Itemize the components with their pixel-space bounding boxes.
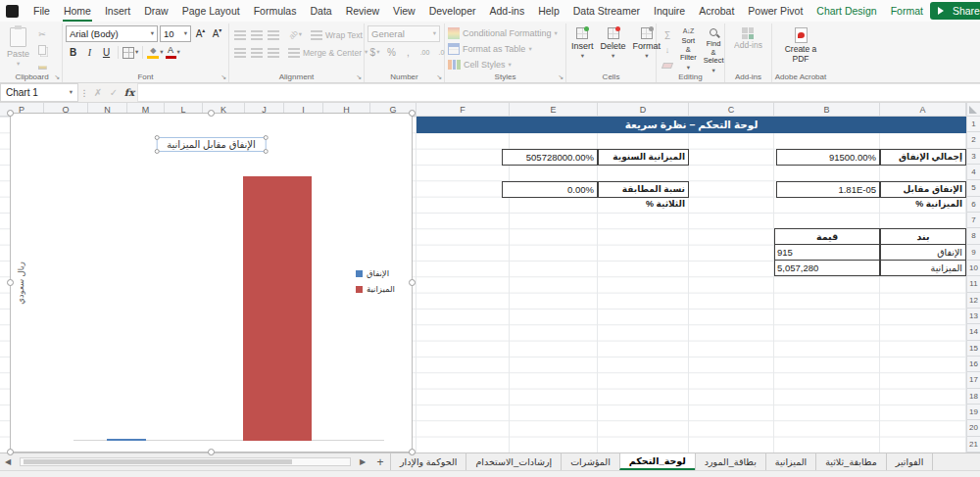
font-size-select[interactable]: 10 ▾ [160, 25, 191, 42]
formula-input[interactable] [137, 83, 980, 102]
title-handle[interactable] [154, 149, 159, 154]
row-header[interactable]: 16 [967, 357, 980, 372]
kpi-value-total-spend[interactable]: 91500.00% [776, 149, 880, 166]
name-box[interactable]: Chart 1 ▾ [0, 83, 78, 102]
table-cell-budget-label[interactable]: الميزانية [880, 260, 966, 276]
banner-cell[interactable]: لوحة التحكم – نظرة سريعة [416, 117, 966, 133]
legend-entry-budget[interactable]: الميزانية [356, 284, 395, 294]
currency-icon[interactable]: $▾ [368, 45, 382, 60]
legend-entry-spend[interactable]: الإنفاق [356, 268, 395, 278]
row-header[interactable]: 8 [967, 228, 980, 244]
row-header[interactable]: 13 [967, 309, 980, 324]
column-header[interactable]: B [774, 103, 880, 117]
conditional-formatting-button[interactable]: Conditional Formatting ▾ [448, 25, 563, 41]
tab-data-streamer[interactable]: Data Streamer [566, 0, 647, 22]
tab-format[interactable]: Format [884, 0, 930, 22]
kpi-value-annual-budget[interactable]: 505728000.00% [502, 149, 598, 166]
select-all-corner[interactable] [966, 103, 980, 117]
align-top-icon[interactable] [232, 27, 247, 42]
scroll-left-icon[interactable]: ◀ [0, 453, 16, 470]
align-middle-icon[interactable] [249, 27, 264, 42]
chart-bar-spend[interactable] [107, 439, 146, 441]
chart-selection-handle[interactable] [208, 110, 215, 117]
name-box-splitter[interactable]: ⋮ [78, 83, 90, 102]
title-handle[interactable] [154, 135, 159, 140]
tab-home[interactable]: Home [57, 0, 98, 22]
row-header[interactable]: 6 [967, 197, 980, 213]
row-header[interactable]: 15 [967, 341, 980, 357]
create-pdf-button[interactable]: Create a PDF [777, 25, 824, 67]
tab-chart-design[interactable]: Chart Design [809, 0, 883, 22]
clear-icon[interactable] [660, 59, 675, 72]
sheet-tab-indicators[interactable]: المؤشرات [561, 453, 619, 470]
chart-selection-handle[interactable] [7, 449, 14, 455]
row-header[interactable]: 18 [967, 389, 980, 405]
comma-icon[interactable]: , [401, 45, 416, 60]
chart-axis-title[interactable]: ريال سعودي [16, 262, 25, 305]
row-header[interactable]: 14 [967, 324, 980, 340]
insert-cells-button[interactable]: Insert ▾ [569, 25, 596, 62]
table-cell-budget-value[interactable]: 5,057,280 [774, 260, 880, 276]
chart-selection-handle[interactable] [7, 279, 14, 286]
kpi-label-spend-vs-budget[interactable]: الإنفاق مقابل الميزانية % [880, 181, 966, 198]
kpi-label-match-rate[interactable]: نسبة المطابقة الثلاثية % [598, 181, 689, 198]
chart-bar-budget[interactable] [243, 176, 312, 441]
row-header[interactable]: 10 [967, 261, 980, 276]
italic-button[interactable]: I [82, 45, 97, 60]
chart-selection-handle[interactable] [409, 110, 416, 117]
cut-icon[interactable]: ✂ [34, 27, 50, 40]
sheet-tab-invoices[interactable]: الفواتير [886, 453, 934, 470]
column-header[interactable]: E [510, 103, 598, 117]
title-handle[interactable] [264, 149, 269, 154]
tab-formulas[interactable]: Formulas [247, 0, 304, 22]
new-sheet-button[interactable]: + [370, 453, 390, 470]
tab-data[interactable]: Data [303, 0, 338, 22]
enter-icon[interactable]: ✓ [106, 83, 122, 102]
orientation-icon[interactable]: ab▾ [288, 27, 303, 42]
table-header-item[interactable]: بند [880, 228, 966, 245]
borders-icon[interactable]: ▾ [122, 45, 138, 60]
share-button[interactable]: Share ▾ [930, 2, 980, 20]
align-right-icon[interactable] [266, 45, 280, 60]
autosum-icon[interactable]: ∑ [660, 27, 675, 40]
scroll-right-icon[interactable]: ▶ [355, 453, 370, 470]
wrap-text-button[interactable]: Wrap Text [311, 30, 363, 40]
number-format-select[interactable]: General ▾ [368, 25, 440, 42]
tab-power-pivot[interactable]: Power Pivot [741, 0, 809, 22]
excel-app-icon[interactable] [6, 5, 19, 18]
addins-button[interactable]: Add-ins [732, 25, 764, 53]
tab-view[interactable]: View [386, 0, 422, 22]
row-header[interactable]: 17 [967, 372, 980, 388]
row-header[interactable]: 12 [967, 293, 980, 309]
format-as-table-button[interactable]: Format as Table ▾ [448, 41, 563, 57]
align-center-icon[interactable] [249, 45, 264, 60]
row-header[interactable]: 7 [967, 213, 980, 228]
scrollbar-thumb[interactable] [24, 459, 292, 464]
kpi-label-annual-budget[interactable]: الميزانية السنوية [598, 149, 689, 166]
kpi-label-total-spend[interactable]: إجمالي الإنفاق [880, 149, 966, 166]
kpi-value-match-rate[interactable]: 0.00% [502, 181, 598, 198]
format-painter-icon[interactable] [34, 59, 50, 72]
sheet-tab-dashboard[interactable]: لوحة_التحكم [619, 453, 695, 470]
tab-page-layout[interactable]: Page Layout [175, 0, 247, 22]
tab-draw[interactable]: Draw [137, 0, 175, 22]
bold-button[interactable]: B [66, 45, 80, 60]
row-header[interactable]: 5 [967, 180, 980, 196]
tab-developer[interactable]: Developer [422, 0, 483, 22]
shrink-font-icon[interactable]: A▾ [210, 26, 224, 41]
sheet-tab-governance[interactable]: الحوكمة والإدار [390, 453, 466, 470]
tab-review[interactable]: Review [339, 0, 386, 22]
cell-styles-button[interactable]: Cell Styles ▾ [448, 57, 563, 72]
row-header[interactable]: 2 [967, 132, 980, 148]
row-header[interactable]: 1 [967, 117, 980, 132]
row-header[interactable]: 3 [967, 149, 980, 165]
insert-function-icon[interactable]: fx [122, 83, 137, 102]
fill-down-icon[interactable]: ↓ [660, 43, 675, 56]
tab-add-ins[interactable]: Add-ins [483, 0, 532, 22]
sheet-tab-budget[interactable]: الميزانية [765, 453, 815, 470]
font-name-select[interactable]: Arial (Body) ▾ [66, 25, 158, 42]
tab-inquire[interactable]: Inquire [647, 0, 692, 22]
tab-help[interactable]: Help [531, 0, 566, 22]
sheet-tab-vendor-card[interactable]: بطاقة_المورد [695, 453, 765, 470]
grow-font-icon[interactable]: A▴ [193, 26, 208, 41]
